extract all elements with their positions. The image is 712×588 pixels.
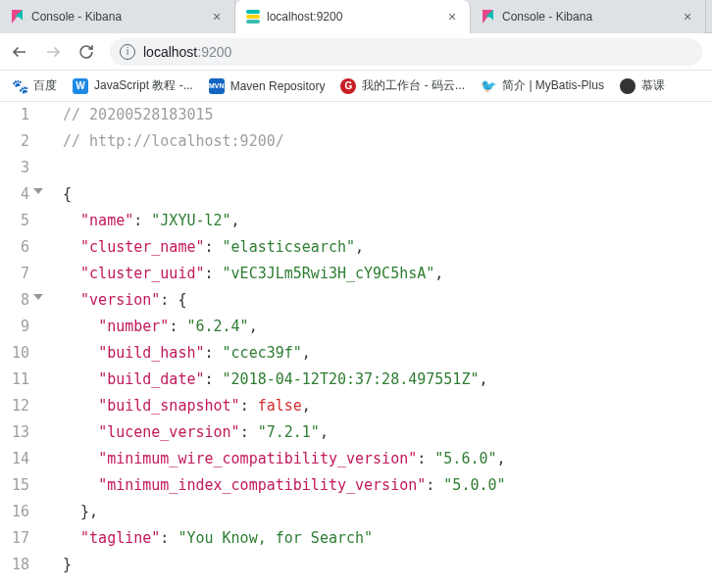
- info-icon[interactable]: i: [120, 44, 135, 60]
- fold-toggle[interactable]: [33, 294, 43, 300]
- close-icon[interactable]: ×: [444, 9, 460, 24]
- back-button[interactable]: [10, 42, 29, 62]
- bookmark-imooc[interactable]: 慕课: [620, 77, 665, 94]
- reload-button[interactable]: [76, 42, 96, 62]
- elasticsearch-icon: [245, 9, 261, 24]
- fold-toggle[interactable]: [33, 188, 43, 194]
- mybatis-icon: 🐦: [481, 78, 496, 94]
- bookmark-gitee[interactable]: G我的工作台 - 码云...: [340, 77, 465, 94]
- code-content[interactable]: // 20200528183015 // http://localhost:92…: [39, 102, 712, 578]
- tab-localhost[interactable]: localhost:9200 ×: [235, 0, 471, 33]
- close-icon[interactable]: ×: [680, 9, 695, 24]
- url-text: localhost:9200: [143, 44, 231, 60]
- bookmark-maven[interactable]: MVNMaven Repository: [209, 78, 326, 94]
- line-gutter: 1 2 3 4 5 6 7 8 9 10 11 12 13 14 15 16 1…: [0, 102, 39, 578]
- kibana-icon: [10, 9, 25, 24]
- bookmark-js[interactable]: WJavaScript 教程 -...: [73, 77, 193, 94]
- svg-rect-0: [246, 10, 260, 14]
- bookmark-mybatis[interactable]: 🐦简介 | MyBatis-Plus: [481, 77, 604, 94]
- imooc-icon: [620, 78, 636, 94]
- toolbar: i localhost:9200: [0, 33, 712, 71]
- code-area: 1 2 3 4 5 6 7 8 9 10 11 12 13 14 15 16 1…: [0, 102, 712, 578]
- forward-button[interactable]: [43, 42, 63, 62]
- bookmarks-bar: 🐾百度 WJavaScript 教程 -... MVNMaven Reposit…: [0, 71, 712, 102]
- close-icon[interactable]: ×: [209, 9, 225, 24]
- tab-title: localhost:9200: [267, 10, 438, 24]
- kibana-icon: [481, 9, 496, 24]
- w-icon: W: [73, 78, 88, 94]
- tab-kibana-2[interactable]: Console - Kibana ×: [471, 0, 706, 33]
- tab-title: Console - Kibana: [502, 10, 674, 24]
- svg-rect-2: [246, 20, 260, 24]
- tab-title: Console - Kibana: [31, 10, 203, 24]
- gitee-icon: G: [340, 78, 356, 94]
- tab-strip: Console - Kibana × localhost:9200 × Cons…: [0, 0, 712, 33]
- address-bar[interactable]: i localhost:9200: [110, 38, 702, 66]
- mvn-icon: MVN: [209, 78, 225, 94]
- baidu-icon: 🐾: [12, 78, 27, 94]
- svg-rect-1: [246, 15, 260, 19]
- tab-kibana-1[interactable]: Console - Kibana ×: [0, 0, 235, 33]
- bookmark-baidu[interactable]: 🐾百度: [12, 77, 57, 94]
